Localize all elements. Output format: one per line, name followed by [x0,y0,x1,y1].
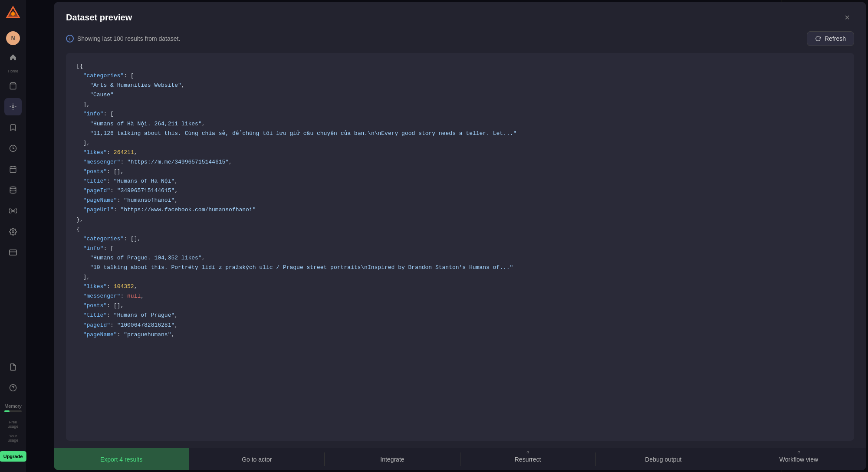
user-avatar[interactable]: N [6,31,20,45]
sidebar-item-store[interactable] [4,77,22,95]
sidebar-item-storage[interactable] [4,181,22,199]
sidebar: N Home [0,0,26,472]
workflow-alpha-badge: α [798,450,800,454]
sidebar-home-label: Home [8,69,18,74]
integrate-label: Integrate [380,456,404,463]
refresh-icon [815,36,821,42]
free-usage-label: Free usage [0,419,26,429]
info-icon: i [66,35,74,43]
sidebar-item-actor[interactable] [4,98,22,115]
sidebar-item-billing[interactable] [4,244,22,261]
integrate-button[interactable]: Integrate [325,448,460,470]
app-logo[interactable] [5,5,21,21]
sidebar-item-home[interactable] [4,49,22,66]
go-to-actor-label: Go to actor [242,456,272,463]
svg-point-11 [13,210,14,211]
svg-point-10 [10,187,16,189]
svg-rect-6 [10,167,16,173]
export-label: Export 4 results [100,456,142,463]
refresh-label: Refresh [825,35,846,42]
dataset-preview-modal: Dataset preview × i Showing last 100 res… [54,2,866,470]
info-bar: i Showing last 100 results from dataset.… [54,31,866,53]
sidebar-item-runs[interactable] [4,140,22,157]
debug-output-label: Debug output [645,456,681,463]
json-content: [{ "categories": [ "Arts & Humanities We… [66,53,854,348]
info-text-content: Showing last 100 results from dataset. [77,35,180,42]
modal-close-button[interactable]: × [840,10,854,24]
sidebar-item-docs[interactable] [4,358,22,376]
resurrect-alpha-badge: α [527,450,529,454]
upgrade-button[interactable]: Upgrade [0,451,27,462]
main-content: API JSON Dataset preview × i Showing las… [26,0,868,472]
workflow-view-label: Workflow view [779,456,818,463]
modal-title: Dataset preview [66,13,132,23]
svg-point-2 [11,12,15,16]
sidebar-item-settings[interactable] [4,223,22,240]
debug-output-button[interactable]: Debug output [596,448,731,470]
bottom-toolbar: Export 4 results Go to actor Integrate α… [54,448,866,470]
go-to-actor-button[interactable]: Go to actor [189,448,324,470]
your-usage-label: Your usage [0,433,26,444]
sidebar-item-schedule[interactable] [4,161,22,178]
svg-point-12 [12,231,14,233]
info-message: i Showing last 100 results from dataset. [66,35,180,43]
resurrect-button[interactable]: α Resurrect [460,448,595,470]
svg-rect-13 [10,250,17,255]
memory-label: Memory [4,403,22,409]
sidebar-item-saved[interactable] [4,119,22,136]
svg-point-4 [12,106,14,108]
sidebar-item-help[interactable] [4,379,22,397]
refresh-button[interactable]: Refresh [807,31,854,46]
export-button[interactable]: Export 4 results [54,448,189,470]
workflow-view-button[interactable]: α Workflow view [731,448,866,470]
memory-section: Memory [0,400,26,416]
sidebar-item-proxy[interactable] [4,202,22,220]
json-container[interactable]: [{ "categories": [ "Arts & Humanities We… [66,53,854,441]
resurrect-label: Resurrect [515,456,541,463]
modal-header: Dataset preview × [54,2,866,31]
